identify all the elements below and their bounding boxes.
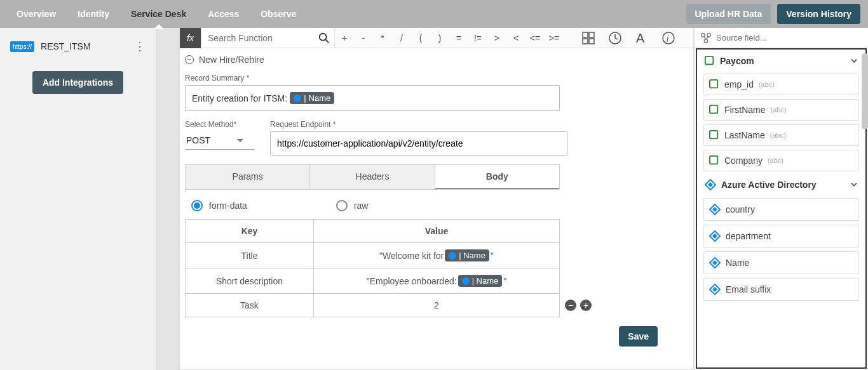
clock-icon[interactable] [608,31,622,45]
source-field[interactable]: Company(abc) [703,150,859,171]
cell-key[interactable]: Short description [186,268,314,294]
nav-access[interactable]: Access [199,3,248,25]
source-field[interactable]: emp_id(abc) [703,74,859,95]
nav-identity[interactable]: Identity [69,3,118,25]
endpoint-input[interactable] [270,131,567,155]
source-group-name: Azure Active Directory [721,180,845,190]
op->=[interactable]: >= [545,33,564,43]
source-field[interactable]: FirstName(abc) [703,99,859,121]
table-row: Short description"Employee onboarded: | … [186,268,560,294]
op-*[interactable]: * [373,33,392,43]
method-select[interactable]: POST [185,131,255,150]
function-search-input[interactable] [201,28,334,48]
field-name: Company [724,155,763,166]
nav-actions: Upload HR Data Version History [686,4,861,24]
field-name: emp_id [724,79,754,89]
scrollbar[interactable] [862,53,868,129]
field-name: Email suffix [726,284,771,294]
collapse-icon[interactable]: − [185,55,194,64]
cell-value[interactable]: 2 [313,294,559,317]
tab-headers[interactable]: Headers [310,165,435,189]
op-/[interactable]: / [392,33,411,43]
op-)[interactable]: ) [430,33,449,43]
integrations-sidebar: https:// REST_ITSM ⋮ Add Integrations [0,28,156,370]
aad-icon [709,257,721,268]
integration-name: REST_ITSM [41,41,128,51]
field-name: LastName [724,130,765,140]
op->[interactable]: > [487,33,506,43]
record-summary-field[interactable]: Entity creation for ITSM: | Name [185,85,560,111]
table-row: Task2 [186,294,560,317]
search-icon[interactable] [318,32,330,44]
op-<=[interactable]: <= [526,33,545,43]
integration-item[interactable]: https:// REST_ITSM ⋮ [6,34,149,58]
field-type: (abc) [759,81,775,88]
save-button[interactable]: Save [619,326,658,347]
nav-observe[interactable]: Observe [252,3,305,25]
field-type: (abc) [771,106,787,114]
operators: +-*/()=!=><<=>= [335,33,564,43]
source-field-input[interactable] [716,33,863,43]
nav-tabs: OverviewIdentityService DeskAccessObserv… [8,3,305,25]
https-badge: https:// [10,41,34,52]
op-([interactable]: ( [411,33,430,43]
form-data-table: Key Value Title"Welcome kit for | Name "… [185,219,560,317]
source-field[interactable]: Name [703,251,859,274]
radio-raw-label: raw [354,201,369,211]
pill-dot-icon [294,95,301,102]
source-field[interactable]: LastName(abc) [703,124,859,146]
left-gutter [156,28,179,370]
cell-key[interactable]: Title [186,243,314,268]
formula-bar: fx +-*/()=!=><<=>= [180,28,693,48]
op-+[interactable]: + [335,33,354,43]
radio-raw[interactable]: raw [336,200,369,211]
remove-row-icon[interactable]: − [565,300,576,311]
info-icon[interactable] [661,31,675,45]
radio-off-icon [336,200,348,211]
radio-form-data[interactable]: form-data [191,200,247,211]
tab-body[interactable]: Body [435,165,559,189]
method-value: POST [186,135,210,145]
record-summary-label: Record Summary * [185,74,683,83]
nav-service-desk[interactable]: Service Desk [122,3,195,25]
text-format-icon[interactable] [635,31,649,45]
upload-hr-button[interactable]: Upload HR Data [686,4,771,24]
cell-key[interactable]: Task [186,294,314,317]
source-field[interactable]: Email suffix [703,278,859,301]
cell-value[interactable]: "Welcome kit for | Name " [313,243,559,268]
paycom-icon [709,130,719,140]
editor-panel: fx +-*/()=!=><<=>= − New Hire/Rehire [179,28,694,370]
paycom-icon [709,79,719,89]
source-group-azure-active-directory[interactable]: Azure Active Directory [703,175,859,194]
field-name: country [726,204,755,215]
grid-icon[interactable] [581,31,595,45]
name-pill[interactable]: | Name [290,92,334,104]
op-=[interactable]: = [449,33,468,43]
source-field[interactable]: department [703,225,859,248]
op-<[interactable]: < [506,33,526,43]
top-nav: OverviewIdentityService DeskAccessObserv… [0,0,868,28]
source-group-paycom[interactable]: Paycom [703,52,859,70]
op-!=[interactable]: != [468,33,487,43]
tab-params[interactable]: Params [186,165,310,189]
cell-value[interactable]: "Employee onboarded: | Name " [313,268,559,294]
name-pill[interactable]: | Name [458,275,503,287]
request-tabs: ParamsHeadersBody [185,164,560,190]
source-panel: Paycomemp_id(abc)FirstName(abc)LastName(… [694,28,868,370]
add-row-icon[interactable]: + [580,300,592,311]
table-row: Title"Welcome kit for | Name " [186,243,560,268]
kebab-icon[interactable]: ⋮ [134,39,146,53]
field-name: FirstName [724,105,766,115]
version-history-button[interactable]: Version History [777,4,860,24]
mapping-icon[interactable] [700,32,712,44]
name-pill[interactable]: | Name [445,249,489,261]
group-header[interactable]: − New Hire/Rehire [185,55,683,65]
nav-overview[interactable]: Overview [8,3,65,25]
op--[interactable]: - [354,33,373,43]
source-group-name: Paycom [720,56,845,66]
select-method-label: Select Method* [185,120,255,129]
source-field[interactable]: country [703,198,859,221]
function-search[interactable] [201,28,335,48]
field-type: (abc) [768,157,783,164]
add-integrations-button[interactable]: Add Integrations [32,71,123,94]
